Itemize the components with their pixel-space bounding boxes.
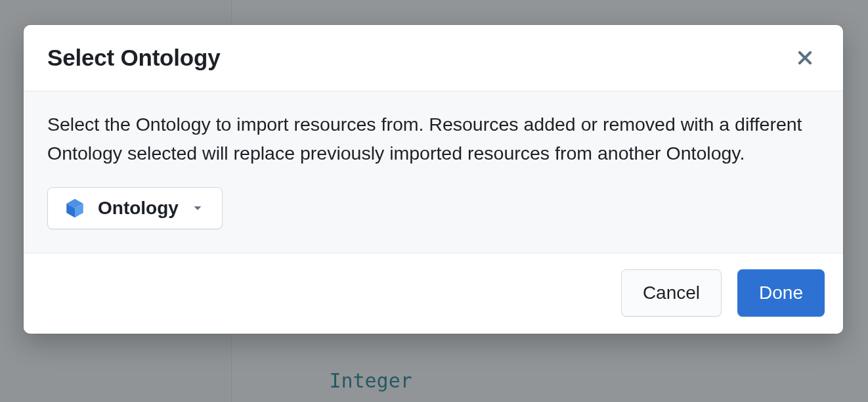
dialog-title: Select Ontology	[47, 45, 220, 71]
cancel-button[interactable]: Cancel	[621, 269, 722, 317]
ontology-selector[interactable]: Ontology	[47, 187, 223, 229]
close-icon	[796, 49, 814, 66]
dialog-footer: Cancel Done	[24, 254, 843, 334]
done-button[interactable]: Done	[737, 269, 825, 317]
close-button[interactable]	[791, 43, 819, 72]
dialog-body: Select the Ontology to import resources …	[24, 91, 843, 254]
ontology-selector-label: Ontology	[98, 198, 179, 219]
cube-icon	[64, 197, 86, 219]
dialog-header: Select Ontology	[24, 25, 843, 91]
dialog-description: Select the Ontology to import resources …	[47, 110, 819, 168]
chevron-down-icon	[190, 201, 205, 215]
select-ontology-dialog: Select Ontology Select the Ontology to i…	[24, 25, 843, 334]
